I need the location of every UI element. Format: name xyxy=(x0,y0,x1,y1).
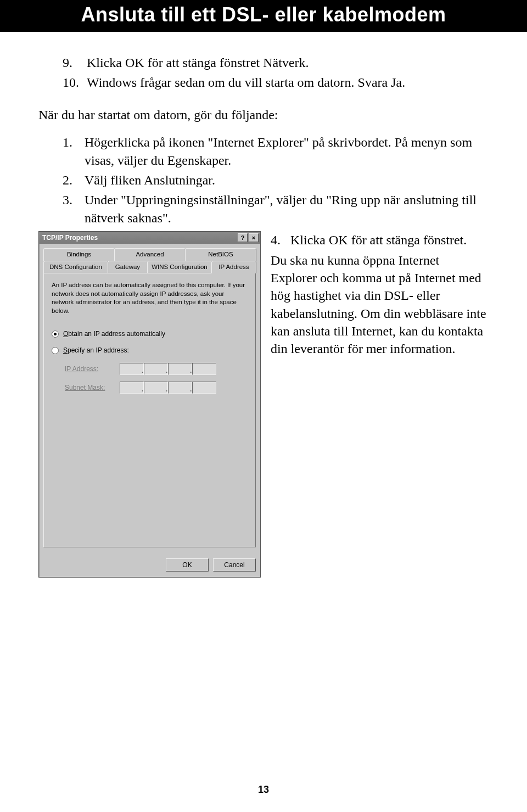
tab-dns[interactable]: DNS Configuration xyxy=(43,261,108,273)
tabs-row-1: Bindings Advanced NetBIOS xyxy=(43,248,256,261)
dialog-and-text: TCP/IP Properties ? × Bindings Advanced … xyxy=(38,231,489,578)
tcpip-properties-dialog: TCP/IP Properties ? × Bindings Advanced … xyxy=(38,231,261,578)
steps-1-3: 1. Högerklicka på ikonen "Internet Explo… xyxy=(38,133,489,227)
step-text: Högerklicka på ikonen "Internet Explorer… xyxy=(85,133,489,169)
radio-obtain-auto[interactable]: Obtain an IP address automatically xyxy=(52,329,248,338)
final-paragraph: Du ska nu kunna öppna Internet Explorer … xyxy=(271,251,489,358)
radio-label: pecify an IP address: xyxy=(68,346,129,354)
tab-gateway[interactable]: Gateway xyxy=(108,261,148,273)
tabs-row-2: DNS Configuration Gateway WINS Configura… xyxy=(43,261,256,273)
ip-address-input[interactable] xyxy=(120,363,216,375)
radio-icon xyxy=(52,331,59,338)
radio-label: btain an IP address automatically xyxy=(68,330,165,338)
subnet-mask-input[interactable] xyxy=(120,382,216,394)
step-text: Windows frågar sedan om du vill starta o… xyxy=(87,74,405,91)
intro-paragraph: När du har startat om datorn, gör du föl… xyxy=(38,106,489,124)
dialog-titlebar: TCP/IP Properties ? × xyxy=(39,232,260,244)
step-text: Välj fliken Anslutningar. xyxy=(85,171,215,189)
tab-netbios[interactable]: NetBIOS xyxy=(185,248,256,261)
radio-specify[interactable]: Specify an IP address: xyxy=(52,346,248,355)
steps-9-10: 9. Klicka OK för att stänga fönstret Nät… xyxy=(38,54,489,92)
dialog-buttons: OK Cancel xyxy=(39,553,260,577)
radio-label-u: O xyxy=(63,330,68,338)
step-number: 2. xyxy=(63,171,85,189)
page-content: 9. Klicka OK för att stänga fönstret Nät… xyxy=(0,32,527,578)
dialog-body: Bindings Advanced NetBIOS DNS Configurat… xyxy=(39,244,260,553)
step-number: 1. xyxy=(63,133,85,169)
cancel-button[interactable]: Cancel xyxy=(213,558,256,572)
tab-ip-address[interactable]: IP Address xyxy=(211,261,256,274)
radio-icon xyxy=(52,347,59,354)
page-header: Ansluta till ett DSL- eller kabelmodem xyxy=(0,0,527,32)
step-text: Klicka OK för att stänga fönstret Nätver… xyxy=(87,54,309,71)
ok-button[interactable]: OK xyxy=(166,558,209,572)
ip-address-field: IP Address: xyxy=(65,363,248,375)
ip-description: An IP address can be automatically assig… xyxy=(52,281,248,315)
step-number: 4. xyxy=(271,231,290,249)
tab-panel-ip: An IP address can be automatically assig… xyxy=(43,273,256,547)
radio-label-u: S xyxy=(63,346,68,354)
step-number: 3. xyxy=(63,191,85,227)
step4-and-after: 4. Klicka OK för att stänga fönstret. Du… xyxy=(271,231,489,358)
tab-advanced[interactable]: Advanced xyxy=(114,248,186,261)
tab-bindings[interactable]: Bindings xyxy=(43,248,115,261)
step-text: Klicka OK för att stänga fönstret. xyxy=(290,231,467,249)
dialog-title: TCP/IP Properties xyxy=(42,233,237,242)
subnet-mask-label: Subnet Mask: xyxy=(65,383,120,392)
help-button[interactable]: ? xyxy=(238,233,248,242)
page-number: 13 xyxy=(0,784,527,796)
ip-address-label: IP Address: xyxy=(65,365,120,373)
tab-wins[interactable]: WINS Configuration xyxy=(147,261,212,273)
close-button[interactable]: × xyxy=(249,233,259,242)
step-number: 9. xyxy=(63,54,87,71)
step-number: 10. xyxy=(63,74,87,91)
subnet-mask-field: Subnet Mask: xyxy=(65,382,248,394)
step-text: Under "Uppringningsinställningar", välje… xyxy=(85,191,489,227)
